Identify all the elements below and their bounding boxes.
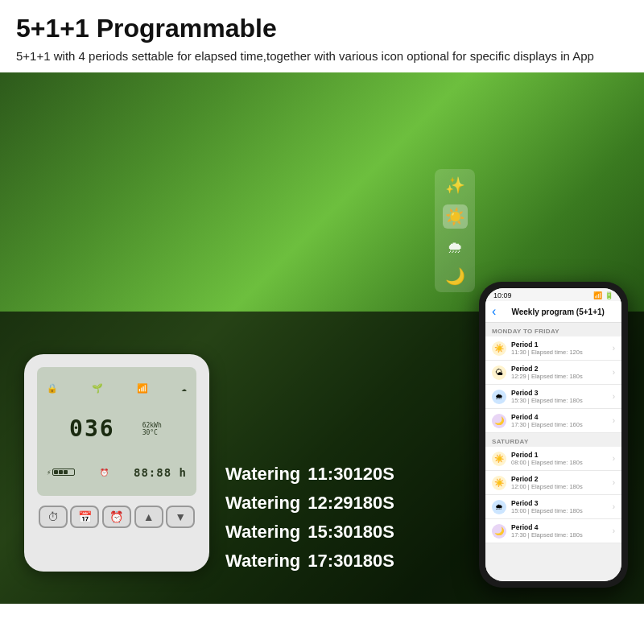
phone-status-bar: 10:09 📶 🔋: [485, 288, 621, 301]
sat-icon-3: 🌧: [492, 500, 506, 514]
phone-item-mf-2[interactable]: 🌤 Period 2 12:29 | Elapsed time: 180s ›: [485, 361, 621, 385]
phone-item-sat-4[interactable]: 🌙 Period 4 17:30 | Elapsed time: 180s ›: [485, 519, 621, 543]
sat-title-4: Period 4: [511, 523, 608, 531]
sat-arrow-4: ›: [613, 526, 615, 535]
item-icon-moon-4: 🌙: [492, 414, 506, 428]
schedule-label-1: Watering: [225, 464, 308, 485]
item-sub-4: 17:30 | Elapsed time: 160s: [511, 421, 608, 428]
lock-icon: 🔒: [47, 383, 58, 394]
schedule-label-4: Watering: [225, 551, 308, 572]
battery-seg-2: [59, 470, 63, 474]
item-title-3: Period 3: [511, 389, 608, 397]
item-title-2: Period 2: [511, 365, 608, 373]
device-bottom-row: ⚡ ⏰ 88:88 h: [43, 455, 190, 489]
device-time: 88:88 h: [134, 466, 187, 479]
sat-sub-1: 08:00 | Elapsed time: 180s: [511, 459, 608, 466]
schedule-row-2: Watering 12:29 180S: [225, 493, 394, 514]
sat-text-1: Period 1 08:00 | Elapsed time: 180s: [511, 451, 608, 466]
device-kwh: 62kWh: [142, 422, 162, 429]
phone-mockup: 10:09 📶 🔋 ‹ Weekly program (5+1+1) Monda…: [479, 282, 628, 588]
item-icon-sun-2: 🌤: [492, 365, 506, 380]
item-sub-3: 15:30 | Elapsed time: 180s: [511, 397, 608, 404]
btn-clock[interactable]: ⏰: [102, 506, 131, 528]
device-big-number: 036: [69, 415, 115, 442]
schedule-duration-1: 120S: [353, 464, 394, 485]
phone-item-sat-2[interactable]: ☀️ Period 2 12:00 | Elapsed time: 180s ›: [485, 471, 621, 495]
item-title-4: Period 4: [511, 413, 608, 421]
icons-panel: ✨ ☀️ 🌧 🌙: [435, 169, 475, 292]
schedule-time-3: 15:30: [308, 522, 353, 543]
device-top-icons: 🔒 🌱 📶 ☁️: [43, 374, 190, 402]
schedule-time-2: 12:29: [308, 493, 353, 514]
schedule-duration-2: 180S: [353, 493, 394, 514]
phone-item-mf-1[interactable]: ☀️ Period 1 11:30 | Elapsed time: 120s ›: [485, 336, 621, 361]
header-section: 5+1+1 Programmable 5+1+1 with 4 periods …: [0, 0, 644, 72]
item-text-3: Period 3 15:30 | Elapsed time: 180s: [511, 389, 608, 404]
schedule-time-1: 11:30: [308, 464, 353, 485]
phone-signal: 📶 🔋: [593, 291, 613, 299]
item-text-4: Period 4 17:30 | Elapsed time: 160s: [511, 413, 608, 428]
battery-icon: ⚡: [47, 469, 51, 477]
item-title-1: Period 1: [511, 341, 608, 349]
item-icon-sun-1: ☀️: [492, 341, 506, 356]
device-unit: 🔒 🌱 📶 ☁️ 036 62kWh 30°C ⚡: [24, 354, 209, 572]
main-area: 🔒 🌱 📶 ☁️ 036 62kWh 30°C ⚡: [0, 72, 644, 604]
phone-screen: 10:09 📶 🔋 ‹ Weekly program (5+1+1) Monda…: [485, 288, 621, 581]
panel-icon-moon[interactable]: 🌙: [445, 266, 465, 286]
phone-item-sat-1[interactable]: ☀️ Period 1 08:00 | Elapsed time: 180s ›: [485, 447, 621, 471]
btn-up[interactable]: ▲: [134, 506, 163, 528]
battery-indicator: ⚡: [47, 469, 75, 477]
phone-section-mf: Monday To Friday: [485, 323, 621, 336]
phone-nav-title: Weekly program (5+1+1): [501, 308, 615, 316]
device-right-info: 62kWh 30°C: [142, 405, 190, 453]
arrow-icon-3: ›: [613, 392, 615, 401]
phone-content: Monday To Friday ☀️ Period 1 11:30 | Ela…: [485, 323, 621, 581]
arrow-icon-2: ›: [613, 368, 615, 377]
item-sub-1: 11:30 | Elapsed time: 120s: [511, 349, 608, 356]
item-sub-2: 12:29 | Elapsed time: 180s: [511, 373, 608, 380]
battery-seg-1: [54, 470, 58, 474]
sat-text-4: Period 4 17:30 | Elapsed time: 180s: [511, 523, 608, 539]
btn-timer[interactable]: ⏱: [39, 506, 68, 528]
phone-item-mf-3[interactable]: 🌧 Period 3 15:30 | Elapsed time: 180s ›: [485, 385, 621, 409]
phone-section-sat: Saturday: [485, 433, 621, 447]
btn-calendar[interactable]: 📅: [70, 506, 99, 528]
panel-icon-rain[interactable]: 🌧: [447, 238, 463, 257]
phone-back-button[interactable]: ‹: [492, 304, 496, 319]
item-text-1: Period 1 11:30 | Elapsed time: 120s: [511, 341, 608, 356]
phone-nav-bar: ‹ Weekly program (5+1+1): [485, 301, 621, 323]
sat-icon-1: ☀️: [492, 452, 506, 466]
phone-item-sat-3[interactable]: 🌧 Period 3 15:00 | Elapsed time: 180s ›: [485, 495, 621, 519]
sat-icon-4: 🌙: [492, 524, 506, 539]
sat-title-2: Period 2: [511, 475, 608, 483]
schedule-duration-3: 180S: [353, 522, 394, 543]
sat-text-2: Period 2 12:00 | Elapsed time: 180s: [511, 475, 608, 490]
schedule-row-4: Watering 17:30 180S: [225, 551, 394, 572]
sat-title-1: Period 1: [511, 451, 608, 459]
item-text-2: Period 2 12:29 | Elapsed time: 180s: [511, 365, 608, 380]
arrow-icon-1: ›: [613, 344, 615, 353]
phone-item-mf-4[interactable]: 🌙 Period 4 17:30 | Elapsed time: 160s ›: [485, 409, 621, 433]
arrow-icon-4: ›: [613, 416, 615, 425]
panel-icon-sparkle[interactable]: ✨: [445, 175, 465, 195]
battery-seg-3: [64, 470, 68, 474]
schedule-row-3: Watering 15:30 180S: [225, 522, 394, 543]
device-temp: 30°C: [142, 429, 158, 436]
plant-icon: 🌱: [92, 383, 103, 394]
btn-down[interactable]: ▼: [166, 506, 195, 528]
sat-sub-3: 15:00 | Elapsed time: 180s: [511, 507, 608, 514]
sat-title-3: Period 3: [511, 499, 608, 507]
sat-icon-2: ☀️: [492, 476, 506, 490]
sat-arrow-2: ›: [613, 478, 615, 487]
phone-time: 10:09: [493, 291, 512, 299]
sat-sub-4: 17:30 | Elapsed time: 180s: [511, 531, 608, 539]
device-buttons: ⏱ 📅 ⏰ ▲ ▼: [37, 506, 196, 528]
schedule-row-1: Watering 11:30 120S: [225, 464, 394, 485]
sat-arrow-3: ›: [613, 502, 615, 511]
schedule-label-3: Watering: [225, 522, 308, 543]
panel-icon-sun[interactable]: ☀️: [443, 204, 468, 229]
battery-bar: [52, 469, 75, 476]
sat-arrow-1: ›: [613, 454, 615, 463]
page-title: 5+1+1 Programmable: [16, 14, 628, 43]
device-middle: 036: [43, 405, 141, 453]
